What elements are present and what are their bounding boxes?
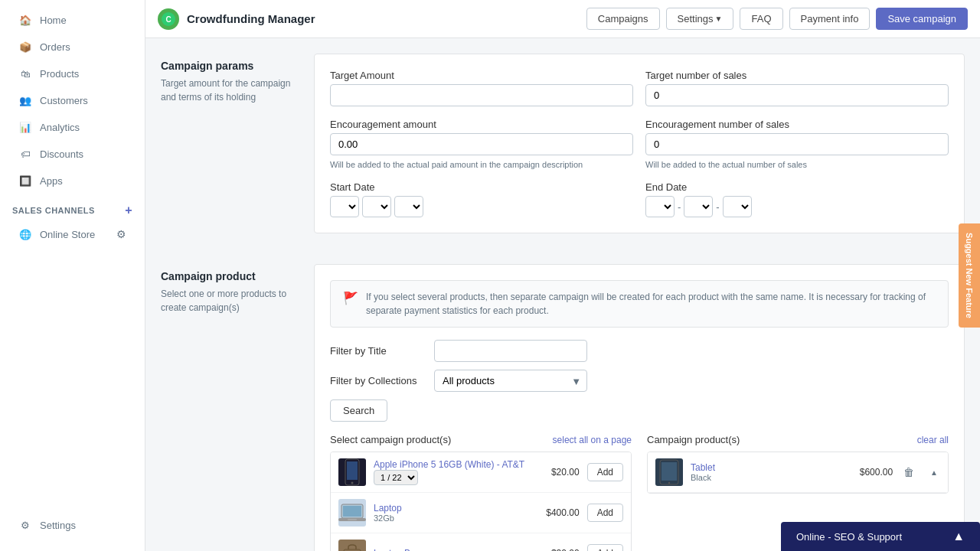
support-chat[interactable]: Online - SEO & Support ▲ [781,522,980,551]
date-separator2: - [716,201,719,213]
content-area: Campaign params Target amount for the ca… [145,38,980,551]
filter-title-input[interactable] [434,340,587,362]
filter-title-label: Filter by Title [330,345,422,357]
app-logo: C [158,8,179,30]
campaign-params-desc: Campaign params Target amount for the ca… [161,54,314,233]
add-sales-channel-button[interactable]: + [125,204,132,217]
product-thumb-tablet [655,458,683,486]
select-all-link[interactable]: select all on a page [553,435,632,445]
campaign-product-desc: Campaign product Select one or more prod… [161,264,314,551]
save-campaign-button[interactable]: Save campaign [876,8,968,30]
sidebar-item-home[interactable]: 🏠 Home [6,7,139,33]
end-date-month-select[interactable] [645,196,675,217]
customers-icon: 👥 [18,93,32,107]
product-thumb-laptop [338,499,366,527]
encouragement-sales-field: Encouragement number of sales Will be ad… [645,119,949,169]
sidebar-label-settings: Settings [40,520,76,531]
campaigns-button[interactable]: Campaigns [586,8,660,30]
sidebar-item-discounts[interactable]: 🏷 Discounts [6,141,139,167]
target-sales-label: Target number of sales [645,70,949,81]
product-name-bag[interactable]: Laptop Bag [374,548,544,551]
target-sales-input[interactable] [645,84,949,106]
campaign-product-section: Campaign product Select one or more prod… [161,264,965,551]
product-name-tablet[interactable]: Tablet [691,462,852,473]
sidebar-item-apps[interactable]: 🔲 Apps [6,168,139,194]
start-date-month-select[interactable] [330,196,359,217]
campaign-params-section: Campaign params Target amount for the ca… [161,54,965,233]
sidebar-item-products[interactable]: 🛍 Products [6,60,139,86]
analytics-icon: 📊 [18,120,32,134]
encouragement-amount-hint: Will be added to the actual paid amount … [330,160,633,169]
info-banner-text: If you select several products, then sep… [366,290,936,318]
end-date-year-select[interactable] [723,196,752,217]
campaign-products-title: Campaign product(s) [647,434,740,445]
add-laptop-button[interactable]: Add [587,504,623,522]
online-store-settings-icon[interactable]: ⚙ [116,228,126,240]
select-products-column: Select campaign product(s) select all on… [330,434,632,551]
product-info-laptop: Laptop 32Gb [374,503,538,523]
end-date-field: End Date - - [645,181,949,217]
start-date-day-select[interactable] [362,196,391,217]
encouragement-sales-input[interactable] [645,133,949,155]
app-name: Crowdfunding Manager [187,12,579,25]
product-item-bag: Laptop Bag $20.00 Add [331,533,631,551]
campaign-products-header: Campaign product(s) clear all [647,434,949,445]
sidebar-label-apps: Apps [40,175,63,187]
encouragement-amount-input[interactable] [330,133,633,155]
sidebar-item-settings[interactable]: ⚙ Settings [6,512,139,538]
new-feature-label: Suggest New Feature [965,233,974,318]
product-name-iphone[interactable]: Apple iPhone 5 16GB (White) - AT&T [374,459,544,470]
tablet-scroll-arrows: ▲ [928,468,940,478]
settings-button[interactable]: Settings ▼ [666,8,734,30]
sidebar-item-customers[interactable]: 👥 Customers [6,87,139,113]
product-thumb-iphone [338,458,366,486]
campaign-params-title: Campaign params [161,60,299,72]
target-amount-input[interactable] [330,84,633,106]
filter-collections-row: Filter by Collections All products ▼ [330,370,949,392]
sidebar-item-analytics[interactable]: 📊 Analytics [6,114,139,140]
search-button[interactable]: Search [330,399,387,422]
product-thumb-bag [338,540,366,551]
target-amount-label: Target Amount [330,70,633,81]
add-iphone-button[interactable]: Add [587,463,623,481]
filter-collections-select[interactable]: All products [434,370,587,392]
product-item-iphone: Apple iPhone 5 16GB (White) - AT&T 1 / 2… [331,452,631,493]
end-date-day-select[interactable] [684,196,713,217]
sidebar-item-online-store[interactable]: 🌐 Online Store ⚙ [6,221,139,247]
discounts-icon: 🏷 [18,147,32,161]
add-bag-button[interactable]: Add [587,544,623,551]
support-expand-icon: ▲ [952,530,965,543]
payment-info-button[interactable]: Payment info [789,8,871,30]
end-date-label: End Date [645,181,949,193]
tablet-up-button[interactable]: ▲ [928,468,940,478]
new-feature-banner[interactable]: Suggest New Feature [959,223,980,328]
product-price-iphone: $20.00 [551,467,580,478]
delete-tablet-button[interactable]: 🗑 [900,463,917,481]
sales-channels-label: SALES CHANNELS [12,206,95,215]
iphone-variant-select[interactable]: 1 / 22 [374,470,418,485]
campaign-params-card: Target Amount Target number of sales Enc… [314,54,965,233]
product-variant-laptop: 32Gb [374,514,538,523]
clear-all-link[interactable]: clear all [917,435,949,445]
svg-rect-12 [662,462,677,481]
settings-icon: ⚙ [18,518,32,532]
date-separator: - [678,201,681,213]
target-amount-field: Target Amount [330,70,633,106]
campaign-product-item-tablet: Tablet Black $600.00 🗑 ▲ [648,452,948,493]
encouragement-sales-label: Encouragement number of sales [645,119,949,130]
home-icon: 🏠 [18,13,32,27]
start-date-year-select[interactable] [394,196,423,217]
product-variant-iphone: 1 / 22 [374,470,544,485]
product-price-laptop: $400.00 [546,507,579,518]
filter-collections-label: Filter by Collections [330,375,422,386]
settings-button-label: Settings [678,13,714,24]
encouragement-sales-hint: Will be added to the actual number of sa… [645,160,949,169]
product-name-laptop[interactable]: Laptop [374,503,538,514]
sidebar-label-analytics: Analytics [40,122,80,133]
support-chat-label: Online - SEO & Support [796,531,902,543]
svg-text:C: C [165,15,171,24]
faq-button[interactable]: FAQ [740,8,782,30]
product-info-tablet: Tablet Black [691,462,852,482]
filter-title-row: Filter by Title [330,340,949,362]
sidebar-item-orders[interactable]: 📦 Orders [6,34,139,60]
